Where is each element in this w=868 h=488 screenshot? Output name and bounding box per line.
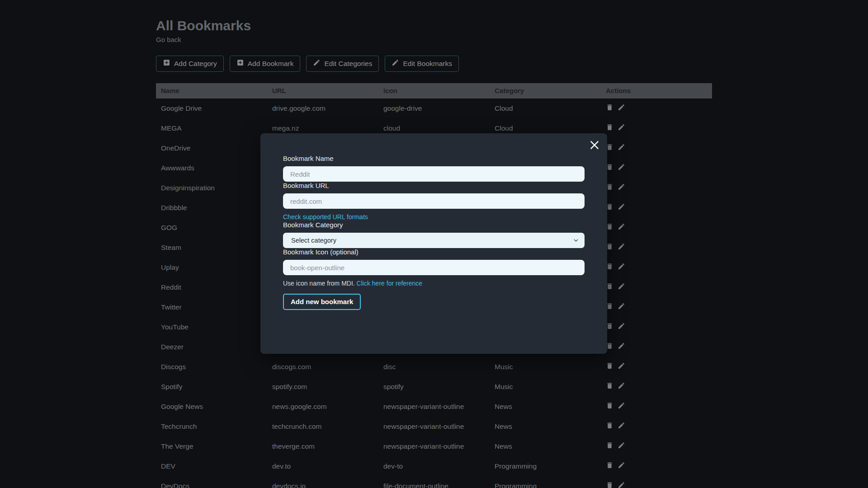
cell-name: MEGA: [156, 118, 267, 138]
cell-actions: [601, 218, 712, 238]
pencil-icon[interactable]: [618, 382, 625, 391]
cell-icon: file-document-outline: [378, 476, 490, 488]
pencil-icon[interactable]: [618, 243, 625, 252]
trash-icon[interactable]: [606, 123, 613, 133]
cell-name: Designinspiration: [156, 178, 267, 198]
header-actions: Actions: [601, 83, 712, 99]
bookmark-name-input[interactable]: [283, 166, 585, 182]
trash-icon[interactable]: [606, 461, 613, 471]
pencil-icon[interactable]: [618, 481, 625, 488]
cell-name: DEV: [156, 456, 267, 476]
cell-url: news.google.com: [267, 397, 378, 417]
bookmark-url-input[interactable]: [283, 193, 585, 209]
table-row: Discogs discogs.com disc Music: [156, 357, 712, 377]
cell-category: Programming: [490, 456, 601, 476]
bookmark-icon-input[interactable]: [283, 260, 585, 275]
trash-icon[interactable]: [606, 422, 613, 431]
pencil-icon[interactable]: [618, 302, 625, 312]
cell-name: Discogs: [156, 357, 267, 377]
add-category-label: Add Category: [174, 60, 217, 68]
table-row: Google News news.google.com newspaper-va…: [156, 397, 712, 417]
url-formats-link[interactable]: Check supported URL formats: [283, 213, 368, 221]
cell-actions: [601, 178, 712, 198]
edit-categories-button[interactable]: Edit Categories: [306, 56, 379, 72]
category-select-wrap: Select category: [283, 233, 585, 248]
trash-icon[interactable]: [606, 382, 613, 391]
bookmark-name-label: Bookmark Name: [283, 155, 585, 162]
pencil-icon[interactable]: [618, 123, 625, 133]
cell-name: Spotify: [156, 377, 267, 397]
pencil-icon[interactable]: [618, 322, 625, 332]
table-header-row: Name URL Icon Category Actions: [156, 83, 712, 99]
trash-icon[interactable]: [606, 103, 613, 113]
bookmark-category-label: Bookmark Category: [283, 221, 585, 229]
add-new-bookmark-button[interactable]: Add new bookmark: [283, 294, 361, 310]
edit-bookmarks-button[interactable]: Edit Bookmarks: [385, 56, 459, 72]
pencil-icon[interactable]: [618, 362, 625, 371]
cell-name: GOG: [156, 218, 267, 238]
cell-actions: [601, 118, 712, 138]
trash-icon[interactable]: [606, 402, 613, 411]
trash-icon[interactable]: [606, 481, 613, 488]
mdi-reference-link[interactable]: Click here for reference: [357, 280, 423, 287]
table-row: Google Drive drive.google.com google-dri…: [156, 99, 712, 118]
pencil-icon[interactable]: [618, 223, 625, 232]
cell-icon: dev-to: [378, 456, 490, 476]
cell-category: News: [490, 417, 601, 436]
go-back-link[interactable]: Go back: [156, 36, 181, 43]
add-category-button[interactable]: Add Category: [156, 56, 224, 72]
cell-actions: [601, 417, 712, 436]
header-url: URL: [267, 83, 378, 99]
bookmark-icon-label: Bookmark Icon (optional): [283, 248, 585, 256]
cell-icon: newspaper-variant-outline: [378, 436, 490, 456]
cell-actions: [601, 297, 712, 317]
cell-name: Steam: [156, 238, 267, 258]
table-row: DevDocs devdocs.io file-document-outline…: [156, 476, 712, 488]
pencil-icon[interactable]: [618, 263, 625, 272]
category-select[interactable]: Select category: [283, 233, 585, 248]
pencil-icon[interactable]: [618, 183, 625, 192]
pencil-icon[interactable]: [618, 103, 625, 113]
pencil-icon[interactable]: [618, 461, 625, 471]
cell-url: drive.google.com: [267, 99, 378, 118]
cell-actions: [601, 138, 712, 158]
table-row: DEV dev.to dev-to Programming: [156, 456, 712, 476]
pencil-icon[interactable]: [618, 422, 625, 431]
bookmark-url-label: Bookmark URL: [283, 182, 585, 189]
header-icon: Icon: [378, 83, 490, 99]
pencil-icon[interactable]: [618, 203, 625, 212]
close-icon[interactable]: [588, 138, 601, 152]
pencil-icon[interactable]: [618, 163, 625, 173]
pencil-icon[interactable]: [618, 282, 625, 292]
trash-icon[interactable]: [606, 362, 613, 371]
cell-category: Music: [490, 357, 601, 377]
table-row: Spotify spotify.com spotify Music: [156, 377, 712, 397]
add-bookmark-modal: Bookmark Name Bookmark URL Check support…: [260, 133, 607, 354]
add-bookmark-button[interactable]: Add Bookmark: [230, 56, 301, 72]
cell-url: devdocs.io: [267, 476, 378, 488]
pencil-icon[interactable]: [618, 441, 625, 451]
cell-actions: [601, 158, 712, 178]
cell-icon: google-drive: [378, 99, 490, 118]
cell-actions: [601, 377, 712, 397]
cell-name: Uplay: [156, 258, 267, 277]
trash-icon[interactable]: [606, 441, 613, 451]
cell-name: Dribbble: [156, 198, 267, 218]
cell-category: Cloud: [490, 99, 601, 118]
pencil-icon[interactable]: [618, 143, 625, 153]
pencil-icon[interactable]: [618, 402, 625, 411]
plus-box-icon: [163, 59, 170, 69]
header-name: Name: [156, 83, 267, 99]
cell-icon: disc: [378, 357, 490, 377]
cell-actions: [601, 198, 712, 218]
plus-box-icon: [236, 59, 244, 69]
toolbar: Add Category Add Bookmark Edit Categorie…: [156, 56, 712, 72]
cell-actions: [601, 436, 712, 456]
edit-categories-label: Edit Categories: [324, 60, 372, 68]
cell-name: Twitter: [156, 297, 267, 317]
pencil-icon[interactable]: [618, 342, 625, 352]
cell-url: techcrunch.com: [267, 417, 378, 436]
icon-help-text: Use icon name from MDI.: [283, 280, 355, 287]
cell-category: News: [490, 397, 601, 417]
cell-actions: [601, 397, 712, 417]
